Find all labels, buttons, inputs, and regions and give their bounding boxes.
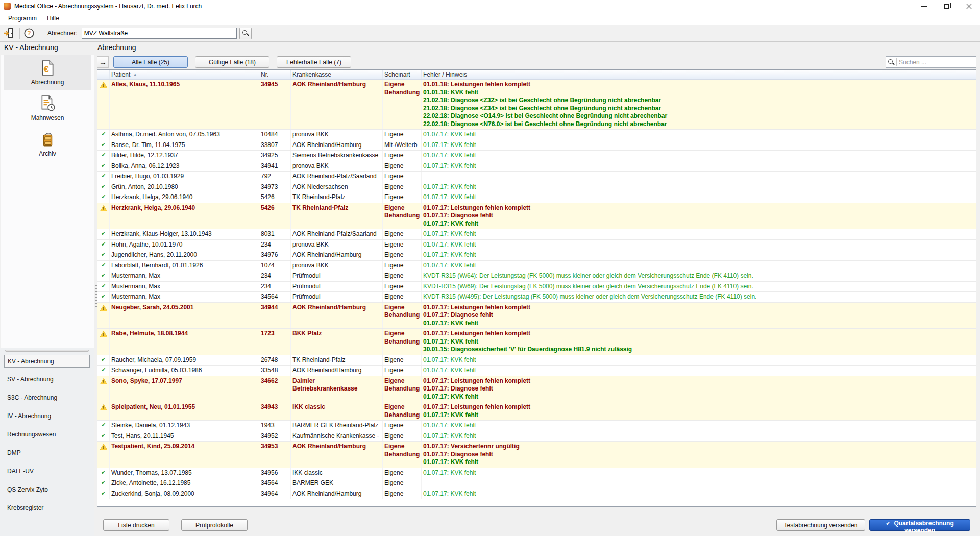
case-search-input[interactable]: [897, 59, 976, 66]
close-icon: [966, 3, 972, 10]
table-row[interactable]: Spielpatient, Neu, 01.01.195534943IKK cl…: [97, 402, 976, 421]
cell-fehler-hinweis: KVDT-R315 (W/495): Der Leistungstag (FK …: [422, 292, 976, 302]
table-row[interactable]: ✔Mustermann, Max234PrüfmodulEigeneKVDT-R…: [97, 271, 976, 282]
table-row[interactable]: ✔Jugendlicher, Hans, 20.11.200034976AOK …: [97, 250, 976, 261]
cell-nr: 34941: [259, 161, 291, 172]
table-row[interactable]: ✔Test, Hans, 20.11.194534952Kaufmännisch…: [97, 431, 976, 442]
help-button[interactable]: ?: [23, 27, 35, 39]
cell-nr: 33548: [259, 366, 291, 376]
footer-left-buttons: Liste druckenPrüfprotokolle: [103, 519, 248, 531]
module-item-s3c-abrechnung[interactable]: S3C - Abrechnung: [4, 392, 90, 404]
restore-button[interactable]: [935, 0, 958, 12]
table-row[interactable]: ✔Mustermann, Max234PrüfmodulEigeneKVDT-R…: [97, 282, 976, 293]
cell-patient: Grün, Anton, 20.10.1980: [110, 182, 259, 192]
table-row[interactable]: ✔Laborblatt, Bernhardt, 01.01.19261074pr…: [97, 261, 976, 272]
table-row[interactable]: ✔Wunder, Thomas, 13.07.198534956IKK clas…: [97, 468, 976, 479]
cell-patient: Rabe, Helmute, 18.08.1944: [110, 329, 259, 355]
column-header-krankenkasse[interactable]: Krankenkasse: [291, 70, 383, 79]
testabrechnung-versenden-button[interactable]: Testabrechnung versenden: [776, 519, 865, 531]
error-line: 01.07.17: KVK fehlt: [423, 432, 974, 441]
close-button[interactable]: [958, 0, 980, 12]
minimize-button[interactable]: [913, 0, 935, 12]
table-row[interactable]: Testpatient, Kind, 25.09.201434953AOK Rh…: [97, 442, 976, 468]
error-line: 01.07.17: KVK fehlt: [423, 183, 974, 191]
menu-item-hilfe[interactable]: Hilfe: [43, 13, 63, 23]
send-arrow-button[interactable]: →: [97, 56, 109, 68]
error-line: 01.07.17: Versichertennr ungültig: [423, 443, 974, 451]
liste-drucken-button[interactable]: Liste drucken: [103, 519, 169, 531]
table-row[interactable]: ✔Grün, Anton, 20.10.198034973AOK Nieders…: [97, 182, 976, 193]
error-line: 22.02.18: Diagnose <N76.0> ist bei Gesch…: [423, 120, 974, 129]
cell-krankenkasse: pronova BKK: [291, 130, 383, 140]
error-line: 01.07.17: KVK fehlt: [423, 367, 974, 375]
tab-fehlerhafte-faelle-7[interactable]: Fehlerhafte Fälle (7): [277, 56, 351, 68]
cell-patient: Zuckerkind, Sonja, 08.09.2000: [110, 489, 259, 499]
table-row[interactable]: ✔Schwanger, Ludmilla, 05.03.198633548AOK…: [97, 366, 976, 376]
abrechner-search-button[interactable]: [239, 28, 252, 39]
ok-check-icon: ✔: [101, 163, 106, 168]
table-row[interactable]: ✔Freibier, Hugo, 01.03.1929792AOK Rheinl…: [97, 172, 976, 182]
table-row[interactable]: Alles, Klaus, 11.10.196534945AOK Rheinla…: [97, 80, 976, 130]
splitter-handle[interactable]: [5, 350, 89, 352]
ok-check-icon: ✔: [101, 470, 106, 475]
cell-nr: 26748: [259, 355, 291, 366]
cell-nr: 234: [259, 271, 291, 281]
tab-alle-faelle-25[interactable]: Alle Fälle (25): [113, 56, 188, 68]
column-header-patient[interactable]: Patient▲: [110, 70, 259, 79]
module-item-rechnungswesen[interactable]: Rechnungswesen: [4, 428, 90, 441]
cell-status: ✔: [97, 261, 110, 271]
cell-status: ✔: [97, 355, 110, 366]
module-item-dale-uv[interactable]: DALE-UV: [4, 465, 90, 478]
exit-door-button[interactable]: [2, 27, 16, 40]
error-line: 01.07.17: Diagnose fehlt: [423, 311, 974, 320]
cell-status: [97, 376, 110, 402]
cell-status: ✔: [97, 421, 110, 431]
table-row[interactable]: Sono, Spyke, 17.07.199734662Daimler Betr…: [97, 376, 976, 403]
cell-patient: Bilder, Hilde, 12.12.1937: [110, 151, 259, 161]
module-item-dmp[interactable]: DMP: [4, 447, 90, 459]
table-row[interactable]: Neugeber, Sarah, 24.05.200134944AOK Rhei…: [97, 303, 976, 329]
table-row[interactable]: ✔Hohn, Agathe, 10.01.1970234pronova BKKE…: [97, 240, 976, 251]
cell-scheinart: Eigene: [383, 282, 422, 292]
module-item-sv-abrechnung[interactable]: SV - Abrechnung: [4, 373, 90, 386]
table-row[interactable]: ✔Raucher, Michaela, 07.09.195926748TK Rh…: [97, 355, 976, 366]
cell-fehler-hinweis: KVDT-R315 (W/69): Der Leistungstag (FK 5…: [422, 282, 976, 292]
tab-gueltige-faelle-18[interactable]: Gültige Fälle (18): [195, 56, 270, 68]
cell-fehler-hinweis: 01.07.17: KVK fehlt: [422, 192, 976, 203]
module-item-iv-abrechnung[interactable]: IV - Abrechnung: [4, 410, 90, 423]
pruefprotokolle-button[interactable]: Prüfprotokolle: [181, 519, 248, 531]
column-header-fehler-hinweis[interactable]: Fehler / Hinweis: [422, 70, 976, 79]
quartalsabrechnung-versenden-button[interactable]: ✔Quartalsabrechnung versenden: [869, 519, 970, 531]
column-header-scheinart[interactable]: Scheinart: [383, 70, 422, 79]
module-item-qs-zervix-zyto[interactable]: QS Zervix Zyto: [4, 483, 90, 496]
error-line: 01.07.17: Leistungen fehlen komplett: [423, 204, 974, 212]
table-row[interactable]: ✔Bolika, Anna, 06.12.192334941pronova BK…: [97, 161, 976, 172]
table-row[interactable]: ✔Asthma, Dr.med. Anton von, 07.05.196310…: [97, 130, 976, 140]
cell-status: ✔: [97, 151, 110, 161]
cell-scheinart: Eigene Behandlung: [383, 80, 422, 129]
cell-patient: Herzkrank, Klaus-Holger, 13.10.1943: [110, 229, 259, 239]
menu-item-programm[interactable]: Programm: [4, 13, 41, 23]
error-line: 01.01.18: Leistungen fehlen komplett: [423, 81, 974, 89]
sidebar-item-archiv[interactable]: Archiv: [4, 126, 91, 162]
module-item-krebsregister[interactable]: Krebsregister: [4, 502, 90, 515]
abrechner-input[interactable]: [82, 28, 237, 39]
table-row[interactable]: ✔Zuckerkind, Sonja, 08.09.200034964AOK R…: [97, 489, 976, 500]
error-line: 01.07.17: KVK fehlt: [423, 262, 974, 270]
table-row[interactable]: ✔Bilder, Hilde, 12.12.193734925Siemens B…: [97, 151, 976, 161]
table-row[interactable]: ✔Banse, Dr. Tim, 11.04.197533807AOK Rhei…: [97, 140, 976, 151]
ok-check-icon: ✔: [101, 294, 106, 299]
sidebar-item-mahnwesen[interactable]: Mahnwesen: [4, 90, 91, 126]
table-row[interactable]: ✔Herzkrank, Klaus-Holger, 13.10.19438031…: [97, 229, 976, 240]
table-row[interactable]: ✔Steinke, Daniela, 01.12.19431943BARMER …: [97, 421, 976, 431]
error-line: 01.01.18: KVK fehlt: [423, 89, 974, 97]
table-row[interactable]: ✔Mustermann, Max34564PrüfmodulEigeneKVDT…: [97, 292, 976, 303]
column-header-nr[interactable]: Nr.: [259, 70, 291, 79]
table-row[interactable]: Rabe, Helmute, 18.08.19441723BKK PfalzEi…: [97, 329, 976, 355]
table-row[interactable]: ✔Herzkrank, Helga, 29.06.19405426TK Rhei…: [97, 192, 976, 203]
table-row[interactable]: Herzkrank, Helga, 29.06.19405426TK Rhein…: [97, 203, 976, 230]
cell-krankenkasse: AOK Rheinland/Hamburg: [291, 366, 383, 376]
module-item-kv-abrechnung[interactable]: KV - Abrechnung: [4, 355, 90, 368]
sidebar-item-abrechnung[interactable]: €Abrechnung: [4, 55, 91, 90]
table-row[interactable]: ✔Zicke, Antoinette, 16.12.198534564BARME…: [97, 478, 976, 489]
